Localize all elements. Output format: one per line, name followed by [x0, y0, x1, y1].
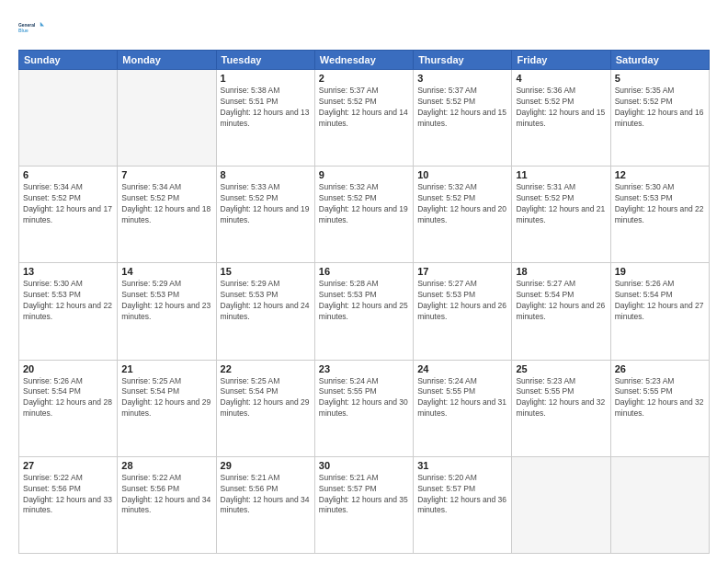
- sunrise: Sunrise: 5:35 AM: [615, 86, 675, 95]
- week-row-2: 6 Sunrise: 5:34 AM Sunset: 5:52 PM Dayli…: [19, 167, 710, 263]
- sunrise: Sunrise: 5:32 AM: [417, 182, 477, 191]
- daylight: Daylight: 12 hours and 14 minutes.: [319, 108, 408, 128]
- daylight: Daylight: 12 hours and 21 minutes.: [516, 204, 605, 224]
- calendar-cell: 14 Sunrise: 5:29 AM Sunset: 5:53 PM Dayl…: [118, 263, 216, 360]
- sunset: Sunset: 5:53 PM: [23, 290, 81, 299]
- header-day-monday: Monday: [118, 51, 216, 70]
- day-info: Sunrise: 5:29 AM Sunset: 5:53 PM Dayligh…: [121, 279, 211, 323]
- day-info: Sunrise: 5:34 AM Sunset: 5:52 PM Dayligh…: [23, 182, 113, 226]
- sunrise: Sunrise: 5:36 AM: [516, 86, 575, 95]
- calendar-cell: 4 Sunrise: 5:36 AM Sunset: 5:52 PM Dayli…: [512, 70, 610, 167]
- day-info: Sunrise: 5:38 AM Sunset: 5:51 PM Dayligh…: [221, 86, 311, 130]
- daylight: Daylight: 12 hours and 25 minutes.: [319, 301, 408, 321]
- daylight: Daylight: 12 hours and 27 minutes.: [615, 301, 704, 321]
- daylight: Daylight: 12 hours and 26 minutes.: [417, 301, 506, 321]
- day-info: Sunrise: 5:33 AM Sunset: 5:52 PM Dayligh…: [221, 182, 311, 226]
- week-row-5: 27 Sunrise: 5:22 AM Sunset: 5:56 PM Dayl…: [19, 456, 710, 553]
- day-number: 22: [221, 363, 311, 374]
- calendar-cell: 6 Sunrise: 5:34 AM Sunset: 5:52 PM Dayli…: [19, 167, 118, 263]
- sunset: Sunset: 5:56 PM: [121, 484, 179, 493]
- day-number: 6: [23, 169, 113, 180]
- calendar-cell: 12 Sunrise: 5:30 AM Sunset: 5:53 PM Dayl…: [610, 167, 709, 263]
- daylight: Daylight: 12 hours and 29 minutes.: [221, 397, 310, 418]
- calendar-cell: 27 Sunrise: 5:22 AM Sunset: 5:56 PM Dayl…: [19, 456, 118, 553]
- day-info: Sunrise: 5:26 AM Sunset: 5:54 PM Dayligh…: [23, 376, 113, 420]
- day-info: Sunrise: 5:29 AM Sunset: 5:53 PM Dayligh…: [221, 279, 311, 323]
- daylight: Daylight: 12 hours and 30 minutes.: [319, 397, 408, 418]
- day-info: Sunrise: 5:23 AM Sunset: 5:55 PM Dayligh…: [516, 376, 606, 420]
- calendar-cell: 31 Sunrise: 5:20 AM Sunset: 5:57 PM Dayl…: [414, 456, 512, 553]
- day-info: Sunrise: 5:30 AM Sunset: 5:53 PM Dayligh…: [615, 182, 705, 226]
- header-row: SundayMondayTuesdayWednesdayThursdayFrid…: [19, 51, 710, 70]
- week-row-4: 20 Sunrise: 5:26 AM Sunset: 5:54 PM Dayl…: [19, 360, 710, 456]
- day-number: 15: [221, 266, 311, 277]
- day-info: Sunrise: 5:28 AM Sunset: 5:53 PM Dayligh…: [319, 279, 409, 323]
- sunset: Sunset: 5:53 PM: [221, 290, 279, 299]
- day-number: 21: [121, 363, 211, 374]
- sunset: Sunset: 5:53 PM: [417, 290, 475, 299]
- daylight: Daylight: 12 hours and 16 minutes.: [615, 108, 704, 128]
- day-number: 3: [417, 73, 507, 84]
- daylight: Daylight: 12 hours and 35 minutes.: [319, 495, 408, 515]
- sunrise: Sunrise: 5:34 AM: [23, 182, 83, 191]
- day-number: 2: [319, 73, 409, 84]
- day-info: Sunrise: 5:30 AM Sunset: 5:53 PM Dayligh…: [23, 279, 113, 323]
- sunset: Sunset: 5:52 PM: [516, 193, 574, 202]
- day-number: 8: [221, 169, 311, 180]
- sunrise: Sunrise: 5:24 AM: [319, 376, 379, 385]
- day-info: Sunrise: 5:25 AM Sunset: 5:54 PM Dayligh…: [221, 376, 311, 420]
- day-number: 9: [319, 169, 409, 180]
- calendar-cell: [118, 70, 216, 167]
- sunset: Sunset: 5:52 PM: [615, 97, 673, 106]
- sunrise: Sunrise: 5:34 AM: [121, 182, 181, 191]
- sunset: Sunset: 5:54 PM: [516, 290, 574, 299]
- day-number: 31: [417, 460, 507, 471]
- sunrise: Sunrise: 5:25 AM: [221, 376, 280, 385]
- sunrise: Sunrise: 5:22 AM: [121, 473, 181, 482]
- day-number: 18: [516, 266, 606, 277]
- day-info: Sunrise: 5:32 AM Sunset: 5:52 PM Dayligh…: [417, 182, 507, 226]
- calendar-cell: 2 Sunrise: 5:37 AM Sunset: 5:52 PM Dayli…: [314, 70, 413, 167]
- day-info: Sunrise: 5:27 AM Sunset: 5:54 PM Dayligh…: [516, 279, 606, 323]
- daylight: Daylight: 12 hours and 18 minutes.: [121, 204, 210, 224]
- calendar-cell: 23 Sunrise: 5:24 AM Sunset: 5:55 PM Dayl…: [314, 360, 413, 456]
- page: General Blue SundayMondayTuesdayWednesda…: [0, 0, 728, 563]
- day-info: Sunrise: 5:37 AM Sunset: 5:52 PM Dayligh…: [417, 86, 507, 130]
- daylight: Daylight: 12 hours and 13 minutes.: [221, 108, 310, 128]
- calendar-cell: 5 Sunrise: 5:35 AM Sunset: 5:52 PM Dayli…: [610, 70, 709, 167]
- day-number: 24: [417, 363, 507, 374]
- sunrise: Sunrise: 5:30 AM: [615, 182, 675, 191]
- daylight: Daylight: 12 hours and 36 minutes.: [417, 495, 506, 515]
- sunset: Sunset: 5:57 PM: [319, 484, 377, 493]
- sunset: Sunset: 5:52 PM: [417, 97, 475, 106]
- day-number: 1: [221, 73, 311, 84]
- daylight: Daylight: 12 hours and 34 minutes.: [121, 495, 210, 515]
- calendar-cell: 8 Sunrise: 5:33 AM Sunset: 5:52 PM Dayli…: [216, 167, 314, 263]
- sunset: Sunset: 5:55 PM: [615, 386, 673, 396]
- daylight: Daylight: 12 hours and 23 minutes.: [121, 301, 210, 321]
- sunrise: Sunrise: 5:29 AM: [221, 279, 280, 288]
- sunset: Sunset: 5:52 PM: [319, 193, 377, 202]
- sunrise: Sunrise: 5:26 AM: [23, 376, 83, 385]
- day-number: 30: [319, 460, 409, 471]
- day-number: 20: [23, 363, 113, 374]
- calendar-cell: 13 Sunrise: 5:30 AM Sunset: 5:53 PM Dayl…: [19, 263, 118, 360]
- calendar-cell: [610, 456, 709, 553]
- daylight: Daylight: 12 hours and 26 minutes.: [516, 301, 605, 321]
- sunrise: Sunrise: 5:38 AM: [221, 86, 280, 95]
- daylight: Daylight: 12 hours and 32 minutes.: [615, 397, 704, 418]
- day-info: Sunrise: 5:23 AM Sunset: 5:55 PM Dayligh…: [615, 376, 705, 420]
- calendar-cell: 21 Sunrise: 5:25 AM Sunset: 5:54 PM Dayl…: [118, 360, 216, 456]
- calendar-cell: 25 Sunrise: 5:23 AM Sunset: 5:55 PM Dayl…: [512, 360, 610, 456]
- sunrise: Sunrise: 5:20 AM: [417, 473, 477, 482]
- day-number: 25: [516, 363, 606, 374]
- day-number: 11: [516, 169, 606, 180]
- sunrise: Sunrise: 5:23 AM: [516, 376, 575, 385]
- calendar-cell: 26 Sunrise: 5:23 AM Sunset: 5:55 PM Dayl…: [610, 360, 709, 456]
- day-info: Sunrise: 5:26 AM Sunset: 5:54 PM Dayligh…: [615, 279, 705, 323]
- sunset: Sunset: 5:55 PM: [319, 386, 377, 396]
- sunrise: Sunrise: 5:25 AM: [121, 376, 181, 385]
- sunset: Sunset: 5:52 PM: [516, 97, 574, 106]
- sunset: Sunset: 5:55 PM: [516, 386, 574, 396]
- sunrise: Sunrise: 5:21 AM: [221, 473, 280, 482]
